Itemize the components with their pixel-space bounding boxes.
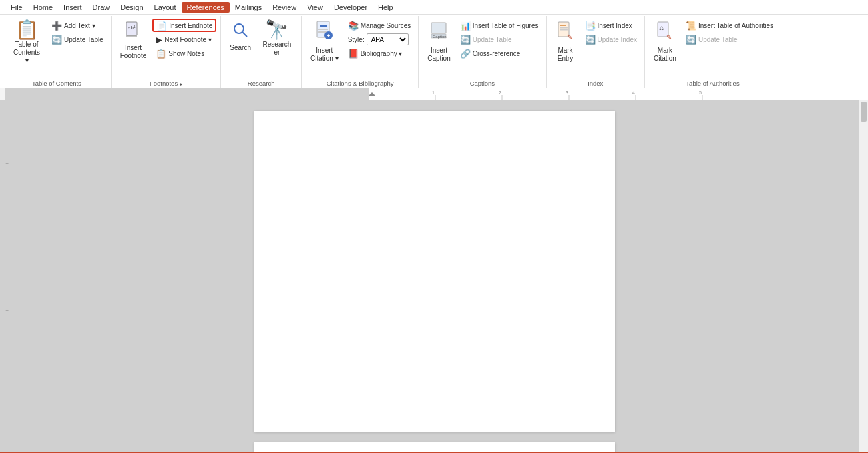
menu-home[interactable]: Home xyxy=(28,2,58,13)
cross-reference-button[interactable]: 🔗 Cross-reference xyxy=(457,47,542,60)
auth-group-label: Table of Authorities xyxy=(684,79,740,88)
toc-label: Table ofContents ▾ xyxy=(11,41,42,65)
insert-table-of-authorities-button[interactable]: 📜 Insert Table of Authorities xyxy=(682,19,777,32)
insert-caption-label: InsertCaption xyxy=(427,47,450,63)
insert-table-of-figures-button[interactable]: 📊 Insert Table of Figures xyxy=(457,19,542,32)
svg-text:4: 4 xyxy=(632,90,635,95)
group-citations-content: + InsertCitation ▾ 📚 Manage Sources Styl… xyxy=(306,17,414,79)
mark-entry-label: MarkEntry xyxy=(558,47,573,63)
add-text-icon: ➕ xyxy=(51,21,62,31)
next-footnote-button[interactable]: ▶ Next Footnote ▾ xyxy=(152,33,216,46)
researcher-button[interactable]: 🔭 Researcher xyxy=(257,17,297,72)
document-page-2[interactable] xyxy=(254,442,615,452)
manage-sources-button[interactable]: 📚 Manage Sources xyxy=(345,19,415,32)
captions-group-text: Captions xyxy=(470,80,495,87)
margin-mark-4: + xyxy=(5,381,9,387)
mark-entry-button[interactable]: ✎ MarkEntry xyxy=(551,17,580,72)
insert-endnote-button[interactable]: 📄 Insert Endnote xyxy=(152,19,216,32)
show-notes-icon: 📋 xyxy=(156,49,166,59)
svg-text:1: 1 xyxy=(432,90,435,95)
group-index-content: ✎ MarkEntry 📑 Insert Index 🔄 Update Inde… xyxy=(551,17,641,79)
menu-references[interactable]: References xyxy=(182,2,230,13)
svg-text:✎: ✎ xyxy=(567,33,572,41)
margin-mark-1: + xyxy=(5,160,9,166)
svg-rect-23 xyxy=(369,88,868,100)
auth-group-text: Table of Authorities xyxy=(686,80,739,87)
menu-view[interactable]: View xyxy=(302,2,329,13)
menu-review[interactable]: Review xyxy=(267,2,302,13)
footnotes-group-text: Footnotes xyxy=(150,80,178,87)
mark-entry-icon: ✎ xyxy=(556,21,575,45)
group-auth-content: ⚖ ✎ MarkCitation 📜 Insert Table of Autho… xyxy=(649,17,777,79)
show-notes-button[interactable]: 📋 Show Notes xyxy=(152,47,216,60)
research-group-label: Research xyxy=(246,79,276,88)
menu-file[interactable]: File xyxy=(5,2,28,13)
style-selector: Style: APA MLA Chicago xyxy=(345,33,415,46)
svg-text:2: 2 xyxy=(499,90,501,95)
bibliography-label: Bibliography ▾ xyxy=(361,50,403,57)
menu-draw[interactable]: Draw xyxy=(87,2,116,13)
margin-mark-2: + xyxy=(5,234,9,240)
manage-sources-icon: 📚 xyxy=(348,21,359,31)
table-of-contents-button[interactable]: 📋 Table ofContents ▾ xyxy=(7,17,47,72)
document-page[interactable] xyxy=(254,111,615,432)
scrollbar-thumb[interactable] xyxy=(861,102,867,122)
group-table-of-contents: 📋 Table ofContents ▾ ➕ Add Text ▾ 🔄 Upda… xyxy=(3,16,112,88)
index-group-label: Index xyxy=(586,79,604,88)
group-citations: + InsertCitation ▾ 📚 Manage Sources Styl… xyxy=(302,16,419,88)
update-captions-icon: 🔄 xyxy=(460,35,471,45)
group-research-content: Search 🔭 Researcher xyxy=(225,17,297,79)
menu-insert[interactable]: Insert xyxy=(58,2,87,13)
svg-line-4 xyxy=(242,32,247,37)
svg-text:⚖: ⚖ xyxy=(659,25,664,31)
insert-index-label: Insert Index xyxy=(598,22,632,29)
footnotes-group-label: Footnotes ⬥ xyxy=(148,79,184,88)
update-toc-label: Update Table xyxy=(64,36,103,43)
style-select[interactable]: APA MLA Chicago xyxy=(367,33,409,45)
insert-index-button[interactable]: 📑 Insert Index xyxy=(582,19,641,32)
mark-citation-button[interactable]: ⚖ ✎ MarkCitation xyxy=(649,17,681,72)
svg-text:5: 5 xyxy=(699,90,702,95)
document-pages xyxy=(11,100,859,452)
group-toc-content: 📋 Table ofContents ▾ ➕ Add Text ▾ 🔄 Upda… xyxy=(7,17,107,79)
insert-citation-label: InsertCitation ▾ xyxy=(310,47,339,63)
vertical-scrollbar[interactable] xyxy=(859,100,868,452)
research-group-text: Research xyxy=(248,80,275,87)
mark-citation-icon: ⚖ ✎ xyxy=(656,21,674,45)
svg-text:Caption: Caption xyxy=(433,35,447,39)
table-of-figures-icon: 📊 xyxy=(460,21,471,31)
menu-bar: File Home Insert Draw Design Layout Refe… xyxy=(0,0,868,15)
menu-developer[interactable]: Developer xyxy=(329,2,373,13)
svg-point-3 xyxy=(234,24,244,33)
bibliography-button[interactable]: 📕 Bibliography ▾ xyxy=(345,47,415,60)
insert-footnote-button[interactable]: ab¹ InsertFootnote xyxy=(116,17,151,72)
search-button[interactable]: Search xyxy=(225,17,256,72)
mark-citation-label: MarkCitation xyxy=(654,47,676,63)
update-auth-label: Update Table xyxy=(698,36,738,43)
menu-design[interactable]: Design xyxy=(115,2,148,13)
footnotes-expand-icon[interactable]: ⬥ xyxy=(179,80,182,87)
group-footnotes: ab¹ InsertFootnote 📄 Insert Endnote ▶ Ne… xyxy=(112,16,222,88)
insert-citation-button[interactable]: + InsertCitation ▾ xyxy=(306,17,343,72)
search-label: Search xyxy=(230,44,251,52)
svg-text:✎: ✎ xyxy=(666,33,672,41)
insert-footnote-icon: ab¹ xyxy=(124,21,142,43)
menu-mailings[interactable]: Mailings xyxy=(230,2,267,13)
add-text-button[interactable]: ➕ Add Text ▾ xyxy=(48,19,107,32)
insert-endnote-icon: 📄 xyxy=(156,21,167,31)
group-captions: Caption InsertCaption 📊 Insert Table of … xyxy=(419,16,546,88)
toc-small-col: ➕ Add Text ▾ 🔄 Update Table xyxy=(48,17,107,46)
menu-help[interactable]: Help xyxy=(373,2,399,13)
next-footnote-label: Next Footnote ▾ xyxy=(164,36,212,43)
svg-rect-15 xyxy=(560,25,566,26)
insert-endnote-label: Insert Endnote xyxy=(169,22,212,29)
update-table-toc-button[interactable]: 🔄 Update Table xyxy=(48,33,107,46)
toc-group-text: Table of Contents xyxy=(32,80,81,87)
citations-group-label: Citations & Bibliography xyxy=(325,79,395,88)
svg-rect-11 xyxy=(431,23,446,33)
group-footnotes-content: ab¹ InsertFootnote 📄 Insert Endnote ▶ Ne… xyxy=(116,17,217,79)
menu-layout[interactable]: Layout xyxy=(149,2,182,13)
insert-caption-button[interactable]: Caption InsertCaption xyxy=(423,17,455,72)
svg-rect-16 xyxy=(560,27,568,29)
manage-sources-label: Manage Sources xyxy=(361,22,411,29)
